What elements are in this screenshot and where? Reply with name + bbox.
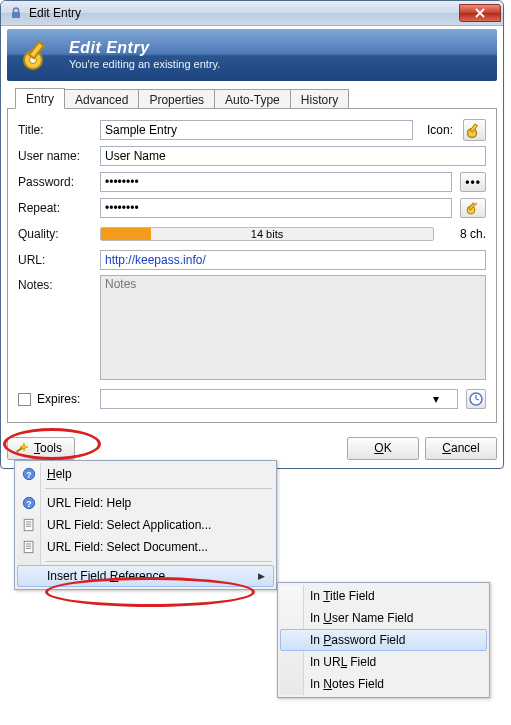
menu-item-url-app[interactable]: URL Field: Select Application... bbox=[17, 514, 274, 536]
header-subtitle: You're editing an existing entry. bbox=[69, 58, 220, 70]
lock-icon bbox=[9, 6, 23, 20]
username-label: User name: bbox=[18, 149, 100, 163]
expires-preset-button[interactable] bbox=[466, 389, 486, 409]
quality-label: Quality: bbox=[18, 227, 100, 241]
tab-auto-type[interactable]: Auto-Type bbox=[214, 89, 291, 109]
wand-icon bbox=[14, 441, 28, 455]
repeat-label: Repeat: bbox=[18, 201, 100, 215]
key-mini-icon bbox=[467, 122, 483, 138]
menu-item-url-doc[interactable]: URL Field: Select Document... bbox=[17, 536, 274, 558]
document-icon bbox=[21, 517, 37, 533]
notes-input[interactable] bbox=[100, 275, 486, 380]
icon-label: Icon: bbox=[427, 123, 453, 137]
expires-label: Expires: bbox=[37, 392, 100, 406]
tab-advanced[interactable]: Advanced bbox=[64, 89, 139, 109]
tools-button[interactable]: TToolsools bbox=[7, 437, 75, 460]
help-icon bbox=[21, 466, 37, 482]
key-icon bbox=[17, 34, 59, 76]
document-icon bbox=[21, 539, 37, 555]
submenu-item-password[interactable]: In Password Field bbox=[280, 629, 487, 651]
cancel-button[interactable]: Cancel bbox=[425, 437, 497, 460]
expires-checkbox[interactable] bbox=[18, 393, 31, 406]
password-label: Password: bbox=[18, 175, 100, 189]
reveal-password-button[interactable]: ••• bbox=[460, 172, 486, 192]
repeat-input[interactable] bbox=[100, 198, 452, 218]
menu-item-insert-ref[interactable]: Insert Field Reference ▶ bbox=[17, 565, 274, 587]
quality-bar: 14 bits bbox=[100, 227, 434, 241]
generate-password-button[interactable] bbox=[460, 198, 486, 218]
svg-rect-17 bbox=[12, 12, 20, 18]
notes-label: Notes: bbox=[18, 275, 100, 292]
tabstrip: Entry Advanced Properties Auto-Type Hist… bbox=[7, 87, 497, 109]
menu-separator bbox=[45, 561, 272, 562]
url-input[interactable] bbox=[100, 250, 486, 270]
header-title: Edit Entry bbox=[69, 40, 220, 58]
ok-button[interactable]: OK bbox=[347, 437, 419, 460]
title-label: Title: bbox=[18, 123, 100, 137]
expires-input[interactable] bbox=[100, 389, 458, 409]
icon-picker-button[interactable] bbox=[463, 119, 486, 141]
menu-item-help[interactable]: Help bbox=[17, 463, 274, 485]
close-icon bbox=[475, 8, 485, 18]
quality-text: 14 bits bbox=[251, 228, 283, 240]
menu-separator bbox=[45, 488, 272, 489]
submenu-item-title[interactable]: In Title Field bbox=[280, 585, 487, 607]
header-band: Edit Entry You're editing an existing en… bbox=[7, 29, 497, 81]
menu-item-label: URL Field: Select Application... bbox=[47, 518, 211, 532]
insert-ref-submenu: In Title Field In User Name Field In Pas… bbox=[277, 582, 490, 698]
window-close-button[interactable] bbox=[459, 4, 501, 22]
tools-context-menu: Help URL Field: Help URL Field: Select A… bbox=[14, 460, 277, 590]
char-count: 8 ch. bbox=[446, 227, 486, 241]
help-icon bbox=[21, 495, 37, 511]
menu-item-url-help[interactable]: URL Field: Help bbox=[17, 492, 274, 514]
menu-item-label: URL Field: Select Document... bbox=[47, 540, 208, 554]
title-input[interactable] bbox=[100, 120, 413, 140]
submenu-item-notes[interactable]: In Notes Field bbox=[280, 673, 487, 695]
keygen-icon bbox=[465, 200, 481, 216]
menu-item-label: URL Field: Help bbox=[47, 496, 131, 510]
tab-properties[interactable]: Properties bbox=[138, 89, 215, 109]
username-input[interactable] bbox=[100, 146, 486, 166]
submenu-arrow-icon: ▶ bbox=[258, 571, 265, 581]
tab-history[interactable]: History bbox=[290, 89, 349, 109]
submenu-item-url[interactable]: In URL Field bbox=[280, 651, 487, 673]
tabpanel-entry: Title: Icon: User name: Password: ••• Re… bbox=[7, 108, 497, 423]
tab-entry[interactable]: Entry bbox=[15, 88, 65, 109]
url-label: URL: bbox=[18, 253, 100, 267]
password-input[interactable] bbox=[100, 172, 452, 192]
submenu-item-user[interactable]: In User Name Field bbox=[280, 607, 487, 629]
clock-icon bbox=[468, 391, 484, 407]
titlebar[interactable]: Edit Entry bbox=[1, 1, 503, 26]
window-title: Edit Entry bbox=[29, 6, 459, 20]
